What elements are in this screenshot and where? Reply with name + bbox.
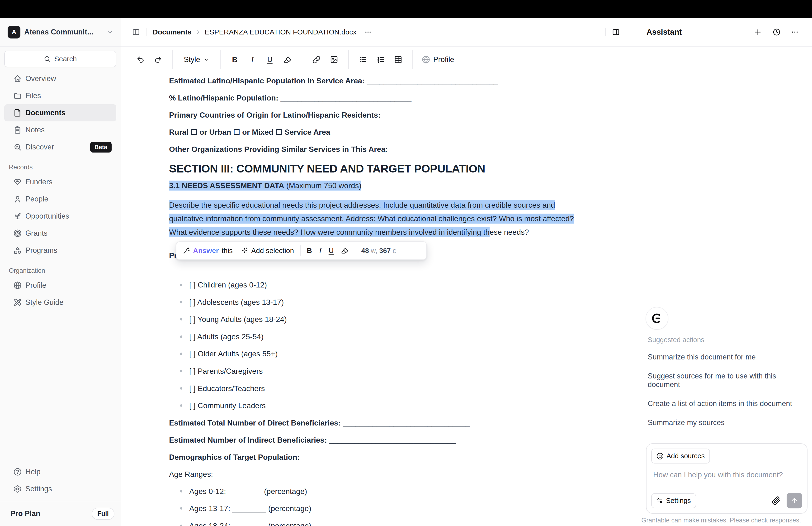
workspace-switcher[interactable]: A Atenas Communit... — [0, 18, 121, 46]
document-canvas[interactable]: Estimated Latino/Hispanic Population in … — [121, 73, 630, 526]
answer-this-button[interactable]: Answer this — [183, 246, 233, 255]
underline-button[interactable]: U — [329, 246, 334, 255]
gear-icon — [14, 485, 21, 493]
file-icon — [14, 109, 21, 117]
beta-badge: Beta — [90, 142, 112, 153]
assistant-settings-button[interactable]: Settings — [651, 493, 696, 508]
plan-name: Pro Plan — [11, 509, 40, 518]
plan-badge[interactable]: Full — [92, 508, 114, 520]
panel-right-icon[interactable] — [612, 28, 620, 36]
word-unit: w, — [371, 247, 377, 254]
divider — [172, 50, 173, 69]
shapes-icon — [14, 246, 21, 254]
underline-button[interactable]: U — [265, 52, 275, 67]
sprout-icon — [14, 212, 21, 220]
sidebar-item-profile[interactable]: Profile — [4, 277, 116, 294]
char-unit: c — [393, 247, 396, 254]
undo-icon[interactable] — [135, 52, 146, 67]
italic-button[interactable]: I — [247, 52, 258, 67]
word-count: 48 — [361, 247, 369, 254]
person-icon — [14, 195, 21, 203]
at-sign-icon — [656, 453, 664, 460]
list-item: Ages 18-24: ________ (percentage) — [169, 522, 586, 526]
ellipsis-icon[interactable] — [791, 28, 799, 36]
add-sources-button[interactable]: Add sources — [651, 449, 710, 464]
assistant-disclaimer: Grantable can make mistakes. Please chec… — [630, 517, 812, 524]
list-item: [ ] Adolescents (ages 13-17) — [169, 298, 586, 307]
sidebar-item-label: Opportunities — [25, 212, 69, 221]
editor-area: Documents ESPERANZA EDUCATION FOUNDATION… — [121, 18, 630, 526]
suggestion-summarize-sources[interactable]: Summarize my sources — [648, 418, 802, 427]
sidebar-item-opportunities[interactable]: Opportunities — [4, 208, 116, 225]
globe-icon — [14, 281, 21, 289]
suggestion-action-items[interactable]: Create a list of action items in this do… — [648, 399, 802, 408]
add-selection-button[interactable]: Add selection — [241, 246, 294, 255]
sidebar-item-documents[interactable]: Documents — [4, 104, 116, 122]
doc-field-blank: ______________________________ — [329, 436, 456, 444]
workspace-name: Atenas Communit... — [24, 28, 107, 36]
history-clock-icon[interactable] — [772, 28, 781, 36]
italic-button[interactable]: I — [319, 246, 321, 255]
system-top-bar — [0, 0, 812, 18]
list-item: [ ] Educators/Teachers — [169, 384, 586, 393]
char-count: 367 — [379, 247, 391, 254]
sliders-icon — [656, 497, 663, 504]
style-dropdown[interactable]: Style — [182, 52, 211, 67]
sidebar-item-help[interactable]: Help — [4, 463, 116, 480]
highlighter-icon[interactable] — [341, 247, 349, 254]
send-button[interactable] — [787, 493, 802, 508]
notebook-icon — [14, 126, 21, 134]
ellipsis-icon[interactable] — [364, 29, 372, 35]
chevron-down-icon — [107, 29, 114, 35]
doc-subheading: 3.1 NEEDS ASSESSMENT DATA — [169, 181, 284, 190]
suggested-actions-label: Suggested actions — [648, 336, 802, 344]
highlighter-icon[interactable] — [282, 52, 293, 67]
doc-field-label: Estimated Latino/Hispanic Population in … — [169, 76, 367, 85]
plus-icon[interactable] — [754, 28, 762, 36]
sidebar-item-discover[interactable]: Discover Beta — [4, 139, 116, 156]
sidebar-item-notes[interactable]: Notes — [4, 122, 116, 139]
divider — [220, 50, 220, 69]
globe-icon — [422, 56, 430, 64]
assistant-input[interactable]: Add sources How can I help you with this… — [646, 443, 808, 514]
sidebar-item-grants[interactable]: Grants — [4, 225, 116, 242]
sidebar-item-settings[interactable]: Settings — [4, 480, 116, 497]
bullet-list-icon[interactable] — [358, 52, 368, 67]
paperclip-icon[interactable] — [772, 496, 781, 505]
search-button[interactable]: Search — [4, 51, 116, 67]
panel-left-icon[interactable] — [132, 28, 140, 36]
sidebar-item-style-guide[interactable]: Style Guide — [4, 294, 116, 311]
link-icon[interactable] — [311, 52, 322, 67]
grantable-logo-icon — [646, 307, 668, 330]
list-item: [ ] Community Leaders — [169, 401, 586, 410]
bold-button[interactable]: B — [230, 52, 240, 67]
sidebar-item-people[interactable]: People — [4, 190, 116, 208]
table-icon[interactable] — [393, 52, 403, 67]
selection-toolbar: Answer this Add selection B I U 48 w, 36… — [176, 241, 427, 260]
sidebar-item-files[interactable]: Files — [4, 87, 116, 104]
sidebar-item-overview[interactable]: Overview — [4, 70, 116, 87]
sidebar-item-label: Funders — [25, 178, 53, 186]
ordered-list-icon[interactable] — [375, 52, 386, 67]
doc-paragraph-tail: ese needs? — [490, 228, 529, 237]
doc-field-blank: ______________________________ — [343, 418, 470, 427]
suggestion-suggest-sources[interactable]: Suggest sources for me to use with this … — [648, 372, 802, 389]
doc-line-checkboxes: Rural ☐ or Urban ☐ or Mixed ☐ Service Ar… — [169, 128, 586, 137]
sidebar-item-label: Profile — [25, 281, 46, 289]
suggestion-summarize-document[interactable]: Summarize this document for me — [648, 353, 802, 361]
answer-label: Answer — [193, 246, 219, 255]
profile-style-button[interactable]: Profile — [422, 52, 454, 67]
doc-section-heading: SECTION III: COMMUNITY NEED AND TARGET P… — [169, 162, 586, 175]
list-item: [ ] Adults (ages 25-54) — [169, 332, 586, 341]
bold-button[interactable]: B — [307, 246, 312, 255]
target-icon — [14, 229, 21, 237]
search-label: Search — [54, 55, 77, 63]
sidebar-item-programs[interactable]: Programs — [4, 242, 116, 259]
sidebar-item-funders[interactable]: Funders — [4, 173, 116, 190]
list-item: [ ] Children (ages 0-12) — [169, 281, 586, 289]
age-ranges-list: Ages 0-12: ________ (percentage) Ages 13… — [169, 487, 586, 526]
sidebar-item-label: Grants — [25, 229, 47, 238]
image-icon[interactable] — [329, 52, 339, 67]
redo-icon[interactable] — [153, 52, 163, 67]
breadcrumb-documents[interactable]: Documents — [153, 28, 191, 36]
